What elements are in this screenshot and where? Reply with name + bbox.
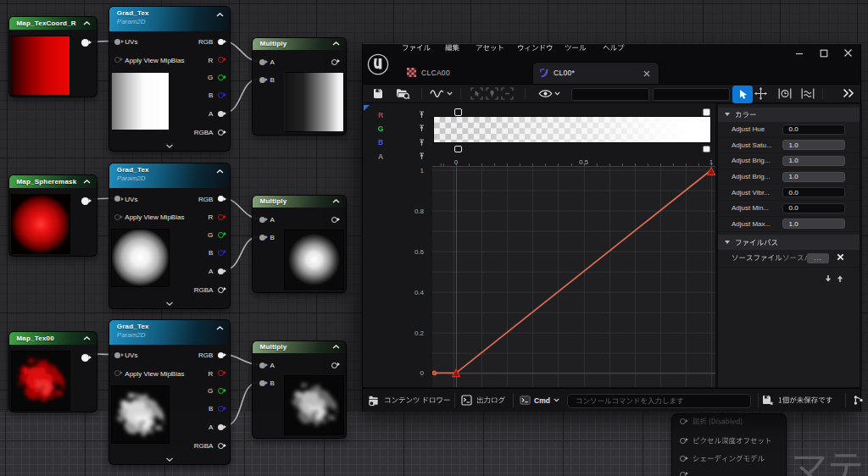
output-pin-r[interactable]: [218, 57, 224, 63]
section-header-filepath[interactable]: ファイルパス: [718, 235, 860, 250]
result-pin-row[interactable]: [672, 471, 786, 476]
browse-path-button[interactable]: ...: [807, 253, 829, 263]
collapse-chevron-icon[interactable]: [83, 336, 91, 340]
curve-graph[interactable]: [432, 167, 715, 387]
menu-item-file[interactable]: ファイル: [402, 44, 431, 62]
content-drawer-button[interactable]: コンテンツ ドロワー: [368, 389, 450, 412]
section-collapse-triangle-icon[interactable]: [725, 113, 730, 116]
output-pin-r[interactable]: [218, 370, 224, 376]
transform-keys-icon[interactable]: [754, 85, 768, 103]
menu-item-asset[interactable]: アセット: [476, 44, 504, 62]
menu-item-edit[interactable]: 編集: [445, 44, 459, 62]
snap-time-icon[interactable]: [777, 85, 793, 103]
channel-toggle-b[interactable]: B: [375, 138, 387, 147]
node-multiply-2[interactable]: Multiply A B: [252, 195, 347, 294]
gradient-key-handle-end-top[interactable]: [703, 108, 710, 116]
select-mode-button[interactable]: [732, 86, 753, 103]
input-pin-uvs[interactable]: [114, 352, 120, 358]
node-grad-tex-2[interactable]: Grad_Tex Param2D UVs Apply View MipBias …: [108, 163, 231, 309]
overflow-chevrons-icon[interactable]: [841, 85, 856, 103]
input-pin-icon[interactable]: [680, 438, 686, 444]
expand-chevron-icon[interactable]: [166, 302, 174, 306]
pin-channel-icon[interactable]: [419, 152, 425, 160]
output-pin-g[interactable]: [218, 388, 224, 394]
node-multiply-1[interactable]: Multiply A B: [252, 37, 347, 136]
maximize-button[interactable]: [811, 44, 836, 62]
input-pin-mipbias[interactable]: [114, 57, 120, 63]
material-result-node[interactable]: 屈折 (Disabled) ピクセル深度オフセット シェーディングモデル: [671, 413, 787, 476]
menu-item-window[interactable]: ウィンドウ: [517, 44, 554, 62]
input-pin-icon[interactable]: [680, 472, 686, 476]
collapse-chevron-icon[interactable]: [332, 345, 340, 349]
output-pin-rgba[interactable]: [218, 287, 224, 293]
section-collapse-triangle-icon[interactable]: [725, 241, 730, 244]
pin-channel-icon[interactable]: [419, 139, 425, 147]
collapse-chevron-icon[interactable]: [216, 13, 224, 17]
output-log-button[interactable]: 出力ログ: [461, 389, 505, 412]
output-pin-rgba[interactable]: [218, 443, 224, 449]
property-value-field[interactable]: 1.0: [782, 140, 845, 150]
input-pin-icon[interactable]: [680, 456, 686, 462]
node-grad-tex-1[interactable]: Grad_Tex Param2D UVs Apply View MipBias …: [108, 6, 231, 152]
collapse-chevron-icon[interactable]: [332, 42, 340, 46]
output-pin-rgb[interactable]: [218, 39, 224, 45]
alpha-gradient-strip[interactable]: [433, 116, 711, 144]
toolbar-input-field-2[interactable]: [653, 88, 730, 101]
collapse-chevron-icon[interactable]: [216, 169, 224, 174]
save-button[interactable]: [371, 85, 385, 103]
visibility-dropdown-chevron-icon[interactable]: [553, 85, 561, 103]
result-pin-row[interactable]: 屈折 (Disabled): [672, 418, 786, 428]
input-pin-mipbias[interactable]: [114, 214, 120, 220]
tab-close-icon[interactable]: [642, 69, 651, 78]
output-pin[interactable]: [331, 59, 337, 65]
unsaved-assets-button[interactable]: 1個が未保存です: [762, 389, 832, 412]
curve-key-1[interactable]: [708, 168, 715, 175]
curve-wave-icon[interactable]: [428, 85, 447, 103]
output-pin-b[interactable]: [218, 250, 224, 256]
expand-chevron-icon[interactable]: [166, 144, 174, 148]
marquee-keys-tool-icon[interactable]: [485, 85, 499, 103]
pin-channel-icon[interactable]: [419, 125, 425, 132]
output-pin[interactable]: [331, 217, 337, 223]
result-pin-row[interactable]: シェーディングモデル: [672, 455, 786, 465]
visibility-eye-icon[interactable]: [537, 85, 554, 103]
close-button[interactable]: [836, 44, 860, 62]
input-pin-uvs[interactable]: [114, 39, 120, 45]
output-pin-g[interactable]: [218, 75, 224, 80]
input-pin-mipbias[interactable]: [114, 370, 120, 376]
result-pin-row[interactable]: ピクセル深度オフセット: [672, 437, 786, 447]
channel-toggle-g[interactable]: G: [375, 125, 387, 133]
node-map-spheremask[interactable]: Map_Spheremask: [8, 174, 97, 257]
gradient-key-handle-end-bottom[interactable]: [703, 146, 710, 153]
curve-dropdown-chevron-icon[interactable]: [445, 85, 453, 103]
output-pin-r[interactable]: [218, 214, 224, 220]
menu-item-tools[interactable]: ツール: [565, 44, 587, 62]
download-path-icon[interactable]: [824, 274, 832, 283]
property-value-field[interactable]: 1.0: [782, 219, 845, 229]
node-grad-tex-3[interactable]: Grad_Tex Param2D UVs Apply View MipBias …: [108, 319, 231, 466]
input-pin-a[interactable]: [259, 59, 265, 65]
property-value-field[interactable]: 1.0: [782, 172, 845, 182]
input-pin-a[interactable]: [259, 363, 265, 368]
toolbar-input-field-1[interactable]: [571, 88, 649, 101]
channel-toggle-a[interactable]: A: [375, 152, 387, 161]
output-pin[interactable]: [81, 354, 89, 362]
property-value-field[interactable]: 0.0: [782, 125, 845, 135]
section-header-color[interactable]: カラー: [718, 108, 860, 123]
output-pin[interactable]: [331, 363, 337, 368]
channel-toggle-r[interactable]: R: [375, 111, 387, 119]
time-ruler[interactable]: 0 0.5 1: [432, 158, 715, 167]
tab-cl00[interactable]: CL00*: [532, 62, 659, 84]
select-keys-tool-icon[interactable]: [470, 85, 484, 103]
expand-chevron-icon[interactable]: [166, 457, 174, 462]
property-value-field[interactable]: 0.0: [782, 187, 845, 197]
input-pin-icon[interactable]: [680, 418, 686, 424]
node-multiply-3[interactable]: Multiply A B: [252, 340, 347, 440]
cmd-dropdown[interactable]: Cmd: [520, 389, 559, 412]
collapse-chevron-icon[interactable]: [83, 180, 91, 184]
frame-keys-tool-icon[interactable]: [500, 85, 515, 103]
output-pin-rgb[interactable]: [218, 352, 224, 358]
output-pin[interactable]: [81, 197, 89, 205]
console-command-input[interactable]: コンソールコマンドを入力します: [567, 394, 751, 408]
collapse-chevron-icon[interactable]: [216, 326, 224, 330]
